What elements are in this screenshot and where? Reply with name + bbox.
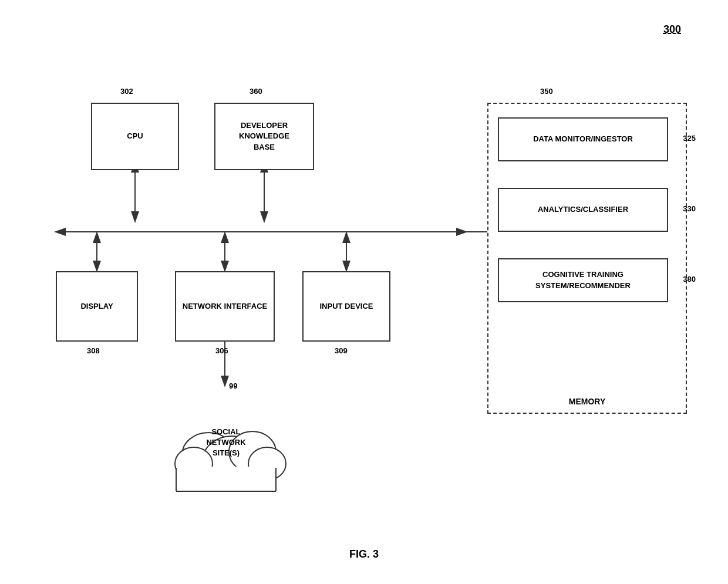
- input-device-box: INPUT DEVICE: [302, 271, 390, 342]
- fig-caption: FIG. 3: [349, 548, 379, 561]
- label-325: 325: [683, 134, 696, 143]
- display-box: DISPLAY: [56, 271, 138, 342]
- label-308: 308: [87, 346, 100, 355]
- svg-text:SOCIAL: SOCIAL: [211, 427, 240, 436]
- svg-text:SITE(S): SITE(S): [213, 448, 240, 457]
- label-330: 330: [683, 204, 696, 213]
- label-380: 380: [683, 275, 696, 283]
- label-309: 309: [335, 346, 348, 355]
- label-306: 306: [215, 346, 228, 355]
- analytics-box: ANALYTICS/CLASSIFIER: [498, 188, 668, 232]
- developer-kb-box: DEVELOPER KNOWLEDGE BASE: [214, 103, 314, 170]
- diagram-container: 300: [0, 0, 728, 584]
- social-network-cloud: SOCIAL NETWORK SITE(S): [159, 387, 294, 499]
- data-monitor-box: DATA MONITOR/INGESTOR: [498, 117, 668, 161]
- cognitive-box: COGNITIVE TRAINING SYSTEM/RECOMMENDER: [498, 258, 668, 302]
- network-interface-box: NETWORK INTERFACE: [175, 271, 275, 342]
- label-360: 360: [250, 87, 262, 96]
- svg-rect-17: [176, 467, 276, 493]
- figure-number-top: 300: [663, 23, 681, 36]
- label-350: 350: [540, 87, 553, 96]
- label-302: 302: [120, 87, 133, 96]
- cpu-box: CPU: [91, 103, 179, 170]
- svg-text:NETWORK: NETWORK: [206, 438, 246, 447]
